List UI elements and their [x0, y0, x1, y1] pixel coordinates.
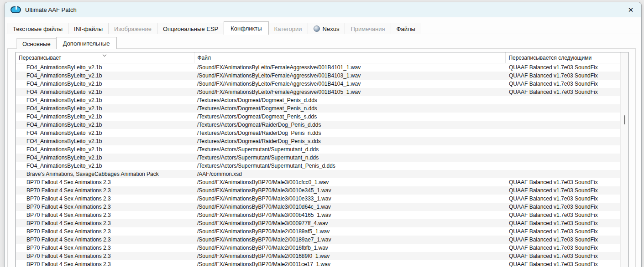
table-row[interactable]: FO4_AnimationsByLeito_v2.1b/Textures/Act… [16, 154, 620, 162]
overwrites-cell: FO4_AnimationsByLeito_v2.1b [16, 121, 195, 129]
table-row[interactable]: BP70 Fallout 4 Sex Animations 2.3/Sound/… [16, 211, 620, 219]
file-cell: /Textures/Actors/Supermutant/Supermutant… [195, 154, 507, 162]
file-cell: /Sound/FX/AnimationsByBP70/Male3/001cfcc… [195, 178, 507, 186]
overwrites-cell: FO4_AnimationsByLeito_v2.1b [16, 80, 195, 88]
table-row[interactable]: FO4_AnimationsByLeito_v2.1b/Sound/FX/Ani… [16, 80, 620, 88]
file-cell: /Textures/Actors/Dogmeat/Dogmeat_Penis_n… [195, 104, 507, 113]
overwrites-cell: FO4_AnimationsByLeito_v2.1b [16, 145, 195, 154]
tab-label: Дополнительные [63, 40, 110, 47]
overwritten-by-cell: QUAAF Balanced v1.7e03 SoundFix [507, 219, 620, 227]
tab-text-files[interactable]: Текстовые файлы [7, 23, 68, 34]
overwrites-cell: BP70 Fallout 4 Sex Animations 2.3 [16, 195, 195, 203]
screen: Ultimate AAF Patch ✕ Текстовые файлыINI-… [0, 0, 644, 267]
file-cell: /Textures/Actors/Dogmeat/Dogmeat_Penis_d… [195, 96, 507, 104]
file-cell: /Sound/FX/AnimationsByBP70/Male2/001689f… [195, 252, 507, 260]
file-cell: /Sound/FX/AnimationsByBP70/Male2/0016fbf… [195, 244, 507, 252]
overwrites-cell: BP70 Fallout 4 Sex Animations 2.3 [16, 211, 195, 219]
sub-tabstrip: ОсновныеДополнительные [16, 36, 117, 49]
table-row[interactable]: BP70 Fallout 4 Sex Animations 2.3/Sound/… [16, 244, 620, 252]
table-row[interactable]: BP70 Fallout 4 Sex Animations 2.3/Sound/… [16, 195, 620, 203]
table-row[interactable]: FO4_AnimationsByLeito_v2.1b/Textures/Act… [16, 145, 620, 154]
overwrites-cell: FO4_AnimationsByLeito_v2.1b [16, 96, 195, 104]
file-cell: /Textures/Actors/Supermutant/Supermutant… [195, 145, 507, 154]
file-cell: /Textures/Actors/Dogmeat/RaiderDog_Penis… [195, 121, 507, 129]
tab-label: Конфликты [230, 25, 262, 32]
tab-files[interactable]: Файлы [391, 23, 421, 34]
file-cell: /Sound/FX/AnimationsByBP70/Male2/0011ce1… [195, 260, 507, 267]
table-row[interactable]: FO4_AnimationsByLeito_v2.1b/Textures/Act… [16, 137, 620, 145]
table-row[interactable]: FO4_AnimationsByLeito_v2.1b/Sound/FX/Ani… [16, 72, 620, 80]
table-row[interactable]: FO4_AnimationsByLeito_v2.1b/Textures/Act… [16, 104, 620, 113]
table-header-row: ПерезаписываетФайлПерезаписывается следу… [16, 52, 620, 63]
table-row[interactable]: FO4_AnimationsByLeito_v2.1b/Textures/Act… [16, 113, 620, 121]
table-row[interactable]: BP70 Fallout 4 Sex Animations 2.3/Sound/… [16, 178, 620, 186]
table-row[interactable]: FO4_AnimationsByLeito_v2.1b/Textures/Act… [16, 162, 620, 170]
column-header-3[interactable]: Перезаписывается следующими [506, 52, 620, 63]
overwrites-cell: BP70 Fallout 4 Sex Animations 2.3 [16, 186, 195, 195]
table-row[interactable]: FO4_AnimationsByLeito_v2.1b/Sound/FX/Ani… [16, 63, 620, 72]
tab-notes: Примечания [345, 23, 391, 34]
title-bar: Ultimate AAF Patch ✕ [5, 2, 641, 17]
column-header-2[interactable]: Файл [194, 52, 506, 63]
overwrites-cell: FO4_AnimationsByLeito_v2.1b [16, 162, 195, 170]
table-row[interactable]: BP70 Fallout 4 Sex Animations 2.3/Sound/… [16, 252, 620, 260]
overwritten-by-cell: QUAAF Balanced v1.7e03 SoundFix [507, 260, 620, 267]
scrollbar-thumb[interactable] [624, 115, 625, 124]
main-tabstrip: Текстовые файлыINI-файлыИзображениеОпцио… [7, 21, 421, 34]
table-row[interactable]: FO4_AnimationsByLeito_v2.1b/Textures/Act… [16, 96, 620, 104]
column-header-1[interactable]: Перезаписывает [16, 52, 194, 63]
tab-label: Опциональные ESP [163, 26, 218, 32]
tab-label: Nexus [323, 26, 340, 32]
table-row[interactable]: BP70 Fallout 4 Sex Animations 2.3/Sound/… [16, 219, 620, 227]
app-window: Ultimate AAF Patch ✕ Текстовые файлыINI-… [4, 2, 642, 267]
tab-label: Основные [22, 41, 51, 47]
overwritten-by-cell: QUAAF Balanced v1.7e03 SoundFix [507, 203, 620, 211]
table-row[interactable]: Brave's Animations, SavageCabbages Anima… [16, 170, 620, 178]
table-row[interactable]: BP70 Fallout 4 Sex Animations 2.3/Sound/… [16, 227, 620, 236]
file-cell: /Sound/FX/AnimationsByBP70/Male2/00189ae… [195, 236, 507, 244]
overwrites-cell: BP70 Fallout 4 Sex Animations 2.3 [16, 260, 195, 267]
overwrites-cell: BP70 Fallout 4 Sex Animations 2.3 [16, 178, 195, 186]
overwritten-by-cell [507, 129, 620, 137]
overwrites-cell: FO4_AnimationsByLeito_v2.1b [16, 63, 195, 72]
overwritten-by-cell: QUAAF Balanced v1.7e03 SoundFix [507, 195, 620, 203]
vertical-scrollbar[interactable] [620, 52, 628, 267]
tab-nexus[interactable]: Nexus [308, 23, 346, 34]
table-row[interactable]: FO4_AnimationsByLeito_v2.1b/Textures/Act… [16, 129, 620, 137]
file-cell: /Sound/FX/AnimationsByBP70/Male3/000b416… [195, 211, 507, 219]
table-row[interactable]: BP70 Fallout 4 Sex Animations 2.3/Sound/… [16, 236, 620, 244]
app-icon [10, 6, 21, 13]
tab-ini-files[interactable]: INI-файлы [68, 23, 109, 34]
tab-label: Изображение [114, 26, 152, 32]
overwritten-by-cell: QUAAF Balanced v1.7e03 SoundFix [507, 72, 620, 80]
table-row[interactable]: BP70 Fallout 4 Sex Animations 2.3/Sound/… [16, 186, 620, 195]
tab-categories: Категории [268, 23, 308, 34]
table-row[interactable]: BP70 Fallout 4 Sex Animations 2.3/Sound/… [16, 203, 620, 211]
table-row[interactable]: FO4_AnimationsByLeito_v2.1b/Sound/FX/Ani… [16, 88, 620, 96]
tab-conflicts[interactable]: Конфликты [224, 21, 268, 35]
file-cell: /Sound/FX/AnimationsByBP70/Male3/0010e33… [195, 195, 507, 203]
overwritten-by-cell: QUAAF Balanced v1.7e03 SoundFix [507, 227, 620, 236]
column-header-label: Файл [197, 55, 211, 61]
table-row[interactable]: BP70 Fallout 4 Sex Animations 2.3/Sound/… [16, 260, 620, 267]
tab-label: INI-файлы [74, 26, 103, 32]
file-cell: /Textures/Actors/Dogmeat/RaiderDog_Penis… [195, 129, 507, 137]
overwritten-by-cell [507, 137, 620, 145]
overwrites-cell: BP70 Fallout 4 Sex Animations 2.3 [16, 236, 195, 244]
close-button[interactable]: ✕ [623, 4, 639, 16]
file-cell: /Sound/FX/AnimationsByBP70/Male2/00189af… [195, 227, 507, 236]
file-cell: /Sound/FX/AnimationsByLeito/FemaleAggres… [195, 88, 507, 96]
file-cell: /AAF/common.xsd [195, 170, 507, 178]
table-row[interactable]: FO4_AnimationsByLeito_v2.1b/Textures/Act… [16, 121, 620, 129]
overwrites-cell: BP70 Fallout 4 Sex Animations 2.3 [16, 252, 195, 260]
file-cell: /Sound/FX/AnimationsByLeito/FemaleAggres… [195, 72, 507, 80]
tab-additional[interactable]: Дополнительные [56, 37, 117, 49]
overwritten-by-cell: QUAAF Balanced v1.7e03 SoundFix [507, 244, 620, 252]
overwritten-by-cell: QUAAF Balanced v1.7e03 SoundFix [507, 186, 620, 195]
tab-main[interactable]: Основные [16, 38, 57, 49]
tab-optional-esp[interactable]: Опциональные ESP [157, 23, 224, 34]
overwritten-by-cell: QUAAF Balanced v1.7e03 SoundFix [507, 80, 620, 88]
overwritten-by-cell: QUAAF Balanced v1.7e03 SoundFix [507, 236, 620, 244]
overwritten-by-cell [507, 145, 620, 154]
column-header-label: Перезаписывается следующими [508, 55, 592, 61]
